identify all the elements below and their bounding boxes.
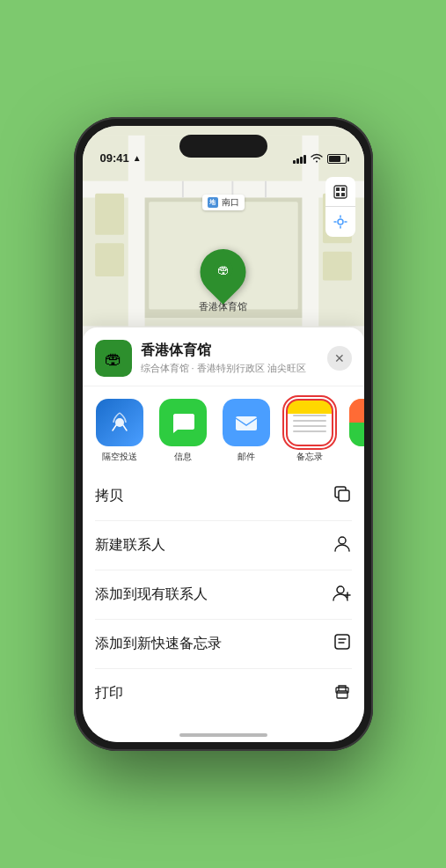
action-add-contact[interactable]: 添加到现有联系人 [95, 570, 352, 620]
messages-icon [159, 399, 207, 446]
svg-rect-22 [336, 188, 340, 191]
share-messages[interactable]: 信息 [155, 399, 211, 463]
more-icon [349, 399, 364, 446]
dynamic-island [179, 135, 267, 158]
battery-icon [327, 154, 347, 164]
printer-icon [333, 681, 352, 705]
svg-text:🏟: 🏟 [217, 262, 230, 276]
svg-rect-34 [336, 688, 348, 693]
svg-rect-32 [335, 635, 349, 649]
svg-rect-25 [341, 193, 345, 196]
action-print-label: 打印 [95, 684, 123, 702]
phone-screen: 09:41 ▲ [83, 126, 364, 742]
svg-rect-7 [181, 181, 183, 198]
status-time: 09:41 ▲ [100, 151, 142, 165]
mail-icon [223, 399, 270, 446]
wifi-icon [311, 153, 323, 165]
svg-rect-10 [95, 194, 124, 235]
action-copy-label: 拷贝 [95, 487, 123, 505]
svg-rect-33 [337, 691, 347, 698]
map-label: 地 南口 [202, 195, 245, 210]
venue-subtitle: 综合体育馆 · 香港特别行政区 油尖旺区 [141, 362, 327, 375]
note-icon [333, 632, 352, 656]
venue-icon: 🏟 [95, 340, 132, 377]
map-label-text: 南口 [222, 196, 239, 209]
marker-pin: 🏟 [191, 239, 256, 305]
svg-point-31 [337, 586, 344, 593]
close-button[interactable]: ✕ [327, 346, 352, 371]
svg-rect-28 [236, 416, 257, 430]
action-new-contact-label: 新建联系人 [95, 536, 165, 555]
svg-rect-11 [95, 243, 124, 276]
action-add-note[interactable]: 添加到新快速备忘录 [95, 620, 352, 669]
airdrop-label: 隔空投送 [102, 451, 137, 463]
venue-info: 香港体育馆 综合体育馆 · 香港特别行政区 油尖旺区 [141, 342, 327, 375]
action-list: 拷贝 新建联系人 [83, 472, 364, 717]
marker-inner: 🏟 [211, 257, 236, 287]
share-more[interactable]: 推 [345, 399, 364, 463]
svg-rect-23 [341, 188, 345, 191]
svg-rect-24 [336, 193, 340, 196]
svg-rect-13 [322, 252, 351, 281]
share-row: 隔空投送 信息 [83, 386, 364, 472]
svg-rect-9 [265, 181, 267, 198]
location-button[interactable] [325, 207, 355, 237]
action-add-note-label: 添加到新快速备忘录 [95, 635, 222, 653]
share-mail[interactable]: 邮件 [218, 399, 274, 463]
map-layers-button[interactable] [325, 177, 355, 207]
svg-rect-21 [334, 186, 347, 198]
mail-label: 邮件 [238, 451, 255, 463]
bottom-sheet: 🏟 香港体育馆 综合体育馆 · 香港特别行政区 油尖旺区 ✕ [83, 327, 364, 742]
location-icon: ▲ [133, 153, 142, 163]
status-icons [293, 153, 347, 165]
signal-icon [293, 155, 306, 164]
person-add-icon [333, 583, 352, 607]
map-label-dot: 地 [208, 197, 218, 208]
venue-name: 香港体育馆 [141, 342, 327, 360]
person-icon [333, 533, 352, 557]
svg-rect-29 [339, 490, 349, 501]
action-print[interactable]: 打印 [95, 669, 352, 717]
action-copy[interactable]: 拷贝 [95, 472, 352, 521]
notes-icon [286, 399, 333, 446]
messages-label: 信息 [174, 451, 192, 463]
action-new-contact[interactable]: 新建联系人 [95, 521, 352, 570]
airdrop-icon [96, 399, 143, 446]
share-notes[interactable]: 备忘录 [281, 399, 338, 463]
home-bar [179, 733, 267, 737]
action-add-contact-label: 添加到现有联系人 [95, 585, 208, 604]
svg-point-26 [338, 219, 343, 224]
svg-point-30 [339, 537, 346, 544]
home-indicator [83, 717, 364, 742]
share-airdrop[interactable]: 隔空投送 [91, 399, 148, 463]
time-display: 09:41 [100, 151, 129, 165]
notes-label: 备忘录 [296, 451, 323, 463]
location-marker: 🏟 香港体育馆 [199, 249, 247, 313]
map-controls [325, 177, 355, 237]
venue-header: 🏟 香港体育馆 综合体育馆 · 香港特别行政区 油尖旺区 ✕ [83, 327, 364, 386]
phone-frame: 09:41 ▲ [74, 117, 373, 751]
copy-icon [333, 484, 352, 508]
